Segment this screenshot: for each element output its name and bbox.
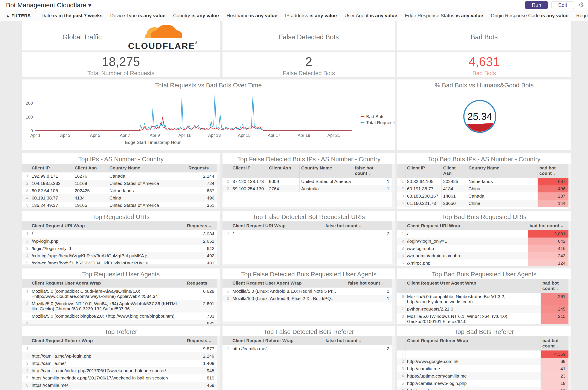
filter-chip[interactable]: Edge Response Status is any value [405,13,483,18]
cell [30,345,185,352]
sort-desc-icon[interactable]: ⌄ [556,287,559,291]
column-header[interactable]: Client Asn [267,164,299,178]
scrollbar-vertical[interactable] [392,336,395,390]
sort-desc-icon[interactable]: ⌄ [359,224,362,228]
filter-chip[interactable]: Device Type is any value [110,13,165,18]
filter-chip[interactable]: User Agent is any value [344,13,397,18]
column-header[interactable]: Client IP [405,164,441,178]
column-header[interactable]: Client IP [231,164,267,178]
column-header[interactable]: Client Request User Agent Wrap [405,279,540,293]
legend-label[interactable]: Total Requests [366,120,395,125]
x-tick-label: Apr 3 [60,133,70,138]
scrollbar-vertical[interactable] [568,164,571,209]
sort-desc-icon[interactable]: ⌄ [359,339,362,343]
legend-label[interactable]: Bad Bots [366,114,384,119]
filter-chip[interactable]: IP address is any value [285,13,337,18]
filter-field: Device Type [110,13,138,18]
sort-desc-icon[interactable]: ⌄ [368,171,372,176]
sort-desc-icon[interactable]: ⌄ [208,339,211,343]
scrollbar-vertical[interactable] [217,336,220,390]
donut-gauge[interactable]: 25.34 [397,90,572,150]
column-header[interactable]: bad bot count⌄ [538,164,568,178]
row-number-header [397,164,405,178]
timeseries-chart[interactable]: 0100200Apr 1Apr 3Apr 5Apr 7Apr 9Apr 11Ap… [22,90,395,150]
column-header[interactable]: Client Request URI Wrap [405,221,528,230]
column-header[interactable]: Client Request Referer Wrap [231,336,324,345]
kpi-tile-bad-bots: 4,631 Bad Bots [397,51,572,78]
run-button[interactable]: Run [525,1,548,9]
sort-desc-icon[interactable]: ⌄ [560,224,564,228]
column-header[interactable]: Client IP [30,164,73,172]
scrollbar-vertical[interactable] [568,336,571,390]
column-header[interactable]: Client Request URI Wrap [30,221,185,230]
table-row: 4http://camilia.me/index.php/2017/06/17/… [22,367,217,374]
filter-field: Origin Response Code [491,13,541,18]
scrollbar-vertical[interactable] [392,279,395,324]
column-header[interactable]: Requests⌄ [185,336,217,345]
data-table: Client Request User Agent WrapRequests⌄1… [22,279,217,324]
scrollbar-vertical[interactable] [217,221,220,266]
column-header[interactable]: Client Request URI Wrap [231,221,324,230]
sort-desc-icon[interactable]: ⌄ [553,171,556,176]
cell: 41 [540,365,568,372]
column-header[interactable]: Requests⌄ [185,279,217,288]
column-header[interactable]: Client Request Referer Wrap [405,336,540,350]
scrollbar-horizontal[interactable] [222,207,395,209]
column-header[interactable]: Client Request User Agent Wrap [231,279,346,288]
scrollbar-vertical[interactable] [217,279,220,324]
edit-button[interactable]: Edit [551,1,574,9]
sort-desc-icon[interactable]: ⌄ [208,281,211,286]
scrollbar-vertical[interactable] [392,164,395,209]
cell: United States of America [299,178,353,185]
column-header[interactable]: false bot count⌄ [324,221,392,230]
column-header[interactable]: Requests⌄ [187,164,217,172]
sort-desc-icon[interactable]: ⌄ [556,344,559,348]
sort-desc-icon[interactable]: ⌄ [210,166,213,170]
kpi-value-bad-bots: 4,631 [397,54,571,69]
column-header[interactable]: false bot count⌄ [353,164,392,178]
filter-chip[interactable]: Date is in the past 7 weeks [42,13,102,18]
column-header[interactable]: false bot count⌄ [324,336,392,345]
sort-desc-icon[interactable]: ⌄ [381,281,384,286]
column-header[interactable]: bad bot count⌄ [540,279,568,293]
row-number: 3 [397,245,405,252]
filter-chip[interactable]: Origin Response Code is any value [491,13,568,18]
column-header[interactable]: Client Request Referer Wrap [30,336,185,345]
row-number: 5 [397,380,405,387]
cell: 496 [538,185,568,193]
column-header[interactable]: Requests⌄ [185,221,217,230]
gear-icon[interactable]: ⚙ [578,1,584,8]
column-header[interactable]: bad bot count⌄ [540,336,568,350]
scrollbar-vertical[interactable] [568,279,571,324]
filter-chip[interactable]: Hostname is any value [227,13,277,18]
column-header[interactable]: Country Name [467,164,538,178]
scrollbar-horizontal[interactable] [222,264,395,266]
x-axis-label: Edge Start Timestamp Hour [125,140,181,145]
column-header[interactable]: Country Name [108,164,187,172]
filter-field: Country [173,13,191,18]
scrollbar-vertical[interactable] [217,164,220,209]
column-header[interactable]: Client Request User Agent Wrap [30,279,185,288]
column-header[interactable]: Client Asn [73,164,108,172]
table-title: Top Referer [22,326,220,336]
filter-chip[interactable]: Request URI is any value [576,13,588,18]
cell: 2,601 [185,300,217,312]
scrollbar-vertical[interactable] [392,221,395,266]
filter-chip[interactable]: Country is any value [173,13,219,18]
column-header[interactable]: Client Asn [441,164,467,178]
scrollbar-horizontal[interactable] [222,322,395,324]
column-header[interactable]: Country Name [299,164,353,178]
cell: Mozilla/5.0 (Windows NT 10.0; Win64; x64… [30,300,185,312]
table-top-requested-uris: Top Requested URIs Client Request URI Wr… [21,211,220,267]
scrollbar-horizontal[interactable] [22,207,220,209]
table-row: 2/login/?login_only=1642 [397,238,568,245]
column-header[interactable]: bad bot count⌄ [528,221,568,230]
filters-toggle[interactable]: ▶FILTERS [7,13,31,18]
cell: 215 [540,313,568,324]
column-header[interactable]: false bot count⌄ [346,279,392,288]
cell: 724 [187,180,217,187]
sort-desc-icon[interactable]: ⌄ [208,224,211,228]
scrollbar-horizontal[interactable] [22,264,220,266]
scrollbar-vertical[interactable] [568,221,571,266]
cell: 2,652 [185,238,217,245]
